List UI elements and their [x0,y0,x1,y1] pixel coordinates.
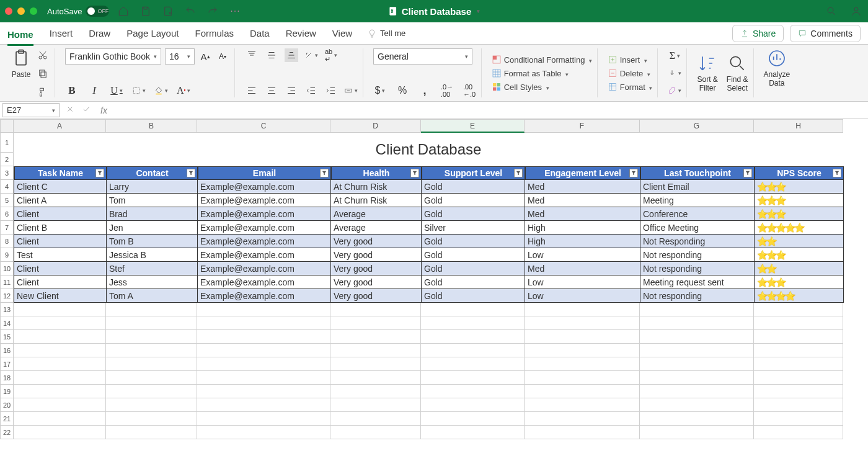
empty-cell[interactable] [106,330,197,344]
filter-icon[interactable] [187,169,195,177]
increase-font-icon[interactable]: A▴ [198,50,212,63]
tab-data[interactable]: Data [250,25,270,41]
table-cell[interactable]: Med [525,194,640,207]
maximize-icon[interactable] [30,7,37,15]
wrap-text-icon[interactable]: ab↵▾ [324,48,338,62]
row-header[interactable]: 5 [0,194,14,207]
cell-styles-button[interactable]: Cell Styles ▾ [492,82,592,92]
empty-cell[interactable] [754,316,843,330]
home-icon[interactable] [117,4,130,18]
empty-cell[interactable] [525,344,640,357]
table-cell[interactable]: Example@example.com [198,180,331,194]
select-all-corner[interactable] [0,119,14,133]
align-right-icon[interactable] [285,84,298,97]
empty-cell[interactable] [14,426,106,439]
empty-cell[interactable] [754,330,843,344]
filter-icon[interactable] [410,169,419,177]
table-cell[interactable]: Gold [422,289,525,303]
table-cell[interactable]: ⭐⭐⭐ [755,180,844,194]
empty-cell[interactable] [421,316,525,330]
minimize-icon[interactable] [17,7,25,15]
col-header-H[interactable]: H [754,119,843,133]
table-cell[interactable]: ⭐⭐⭐ [755,194,844,207]
table-header[interactable]: Task Name [14,166,107,180]
table-header[interactable]: NPS Score [755,166,844,180]
table-cell[interactable]: ⭐⭐⭐ [755,275,844,289]
table-cell[interactable]: Med [525,207,640,221]
empty-cell[interactable] [14,412,106,426]
delete-cells-button[interactable]: Delete ▾ [608,68,652,78]
table-cell[interactable]: Client A [14,194,107,207]
worksheet[interactable]: 12345678910111213141516171819202122 ABCD… [0,119,868,461]
table-cell[interactable]: Gold [422,194,525,207]
table-cell[interactable]: Example@example.com [198,235,331,248]
table-cell[interactable]: Med [525,262,640,275]
table-cell[interactable]: Jessica B [107,248,198,262]
table-cell[interactable]: Client [14,262,107,275]
copy-icon[interactable] [36,67,50,81]
tell-me[interactable]: Tell me [367,29,405,38]
table-header[interactable]: Email [198,166,331,180]
table-cell[interactable]: Gold [422,275,525,289]
table-cell[interactable]: Office Meeting [640,221,755,235]
table-cell[interactable]: Very good [331,275,422,289]
table-cell[interactable]: Gold [422,207,525,221]
decrease-decimal-icon[interactable]: .00←.0 [463,84,476,97]
empty-cell[interactable] [330,357,421,371]
row-header[interactable]: 4 [0,180,14,194]
col-header-F[interactable]: F [525,119,640,133]
row-header[interactable]: 3 [0,166,14,180]
table-cell[interactable]: Very good [331,235,422,248]
tab-formulas[interactable]: Formulas [195,25,234,41]
table-cell[interactable]: Example@example.com [198,194,331,207]
table-cell[interactable]: Tom [107,194,198,207]
empty-cell[interactable] [106,398,197,412]
empty-cell[interactable] [525,371,640,385]
empty-cell[interactable] [14,316,106,330]
table-cell[interactable]: ⭐⭐⭐⭐⭐ [755,221,844,235]
table-cell[interactable]: Example@example.com [198,262,331,275]
account-icon[interactable] [849,4,863,18]
empty-cell[interactable] [330,344,421,357]
tab-review[interactable]: Review [286,25,316,41]
table-cell[interactable]: Client C [14,180,107,194]
table-cell[interactable]: Brad [107,207,198,221]
empty-cell[interactable] [14,385,106,398]
table-cell[interactable]: Average [331,207,422,221]
empty-cell[interactable] [421,371,525,385]
cancel-entry-icon[interactable] [66,105,74,115]
table-cell[interactable]: Meeting request sent [640,275,755,289]
table-cell[interactable]: At Churn Risk [331,180,422,194]
table-cell[interactable]: Conference [640,207,755,221]
empty-cell[interactable] [330,385,421,398]
align-top-icon[interactable] [245,48,259,62]
column-headers[interactable]: ABCDEFGH [14,119,868,133]
col-header-C[interactable]: C [197,119,330,133]
tab-page-layout[interactable]: Page Layout [126,25,179,41]
analyze-data-button[interactable]: Analyze Data [764,48,790,87]
table-cell[interactable]: ⭐⭐⭐⭐ [755,289,844,303]
col-header-G[interactable]: G [640,119,754,133]
format-as-table-button[interactable]: Format as Table ▾ [492,68,592,78]
empty-cell[interactable] [640,330,754,344]
empty-cell[interactable] [330,316,421,330]
comments-button[interactable]: Comments [790,25,861,42]
share-button[interactable]: Share [732,25,784,42]
empty-cell[interactable] [197,426,330,439]
sort-filter-button[interactable]: Sort & Filter [697,53,717,92]
align-left-icon[interactable] [245,84,259,97]
confirm-entry-icon[interactable] [82,105,91,115]
search-icon[interactable] [825,4,838,18]
table-cell[interactable]: Low [525,248,640,262]
empty-cell[interactable] [754,385,843,398]
empty-cell[interactable] [754,398,843,412]
empty-cell[interactable] [525,385,640,398]
align-middle-icon[interactable] [265,48,278,62]
empty-cell[interactable] [640,357,754,371]
row-header[interactable]: 22 [0,426,14,439]
col-header-E[interactable]: E [421,119,525,133]
empty-cell[interactable] [106,412,197,426]
empty-cell[interactable] [197,357,330,371]
empty-cell[interactable] [640,426,754,439]
table-cell[interactable]: Example@example.com [198,275,331,289]
